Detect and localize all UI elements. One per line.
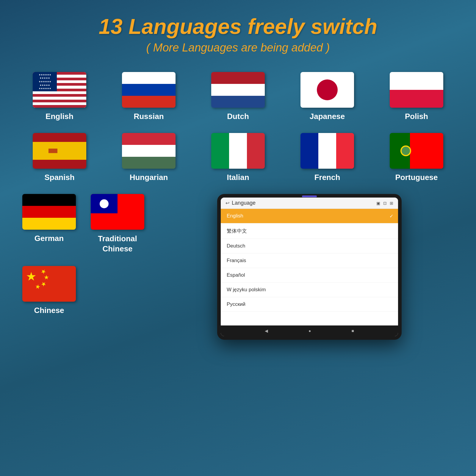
lang-german-label: German: [35, 234, 64, 243]
tablet-lang-russian[interactable]: Русский: [221, 297, 398, 312]
flag-china: ★ ★ ★ ★ ★: [22, 266, 76, 302]
tablet-bottom-bar: ◀ ● ■: [221, 325, 398, 336]
tablet-lang-english[interactable]: English: [221, 209, 398, 223]
tablet-back-icon[interactable]: ↩: [226, 200, 229, 206]
flag-taiwan: [91, 194, 144, 230]
tablet-container: ↩ Language ▣ ⊡ ⊞ English 繁体中文 Deutsch Fr…: [149, 194, 458, 340]
flag-portugal: [390, 133, 443, 169]
tablet-device: ↩ Language ▣ ⊡ ⊞ English 繁体中文 Deutsch Fr…: [217, 194, 402, 340]
lang-chinese: ★ ★ ★ ★ ★ Chinese: [18, 266, 80, 315]
tablet-video-icon: ▣: [376, 201, 380, 206]
lang-traditional-chinese-label: Traditional Chinese: [86, 234, 149, 254]
lang-italian-label: Italian: [227, 173, 249, 182]
tablet-menu-icon: ⊞: [390, 201, 393, 206]
languages-row-3: German Traditional Chinese: [18, 194, 149, 254]
tablet-screen: ↩ Language ▣ ⊡ ⊞ English 繁体中文 Deutsch Fr…: [221, 198, 398, 336]
lang-spanish-label: Spanish: [44, 173, 74, 182]
lang-dutch-label: Dutch: [227, 112, 249, 121]
tablet-header-icons: ▣ ⊡ ⊞: [376, 201, 393, 206]
tablet-home-nav[interactable]: ●: [309, 328, 311, 333]
lang-polish: Polish: [375, 72, 458, 121]
tablet-lang-german[interactable]: Deutsch: [221, 239, 398, 253]
tablet-top-bar: ↩ Language ▣ ⊡ ⊞: [221, 198, 398, 209]
lang-chinese-label: Chinese: [34, 306, 64, 315]
lang-hungarian-label: Hungarian: [130, 173, 168, 182]
lang-russian-label: Russian: [134, 112, 164, 121]
tablet-back-nav[interactable]: ◀: [265, 328, 268, 333]
tablet-lang-trad-chinese[interactable]: 繁体中文: [221, 223, 398, 239]
lang-english: ★★★★★★ ★★★★★ ★★★★★★ ★★★★★ ★★★★★★ English: [18, 72, 101, 121]
lang-japanese: Japanese: [286, 72, 369, 121]
spain-emblem: [48, 149, 57, 153]
languages-row-4: ★ ★ ★ ★ ★ Chinese: [18, 266, 149, 315]
tablet-lang-spanish[interactable]: Español: [221, 268, 398, 283]
bottom-section: German Traditional Chinese ★ ★: [18, 194, 458, 340]
lang-polish-label: Polish: [405, 112, 428, 121]
lang-traditional-chinese: Traditional Chinese: [86, 194, 149, 254]
tablet-recent-nav[interactable]: ■: [352, 328, 354, 333]
lang-portuguese-label: Portuguese: [395, 173, 438, 182]
flag-hungary: [122, 133, 176, 169]
tablet-image-icon: ⊡: [383, 201, 387, 206]
flag-france: [300, 133, 354, 169]
languages-row-1: ★★★★★★ ★★★★★ ★★★★★★ ★★★★★ ★★★★★★ English…: [18, 72, 458, 121]
languages-row-2: Spanish Hungarian Italian French: [18, 133, 458, 182]
main-content: 13 Languages freely switch ( More Langua…: [0, 0, 476, 352]
main-subtitle: ( More Languages are being added ): [18, 41, 458, 54]
lang-russian: Russian: [107, 72, 190, 121]
tablet-lang-polish[interactable]: W języku polskim: [221, 283, 398, 297]
tablet-lang-french[interactable]: Français: [221, 253, 398, 268]
lang-italian: Italian: [196, 133, 280, 182]
tablet-language-list: English 繁体中文 Deutsch Français Español W …: [221, 209, 398, 325]
flag-spain: [33, 133, 86, 169]
flag-italy: [211, 133, 265, 169]
flag-netherlands: [211, 72, 265, 108]
main-title: 13 Languages freely switch: [18, 15, 458, 38]
lang-dutch: Dutch: [196, 72, 280, 121]
tablet-notch: [302, 195, 317, 197]
tablet-header-title: Language: [232, 200, 374, 206]
flag-japan: [300, 72, 354, 108]
lang-hungarian: Hungarian: [107, 133, 190, 182]
flag-russia: [122, 72, 176, 108]
left-flags: German Traditional Chinese ★ ★: [18, 194, 149, 340]
portugal-emblem: [400, 145, 411, 156]
lang-english-label: English: [46, 112, 73, 121]
flag-poland: [390, 72, 443, 108]
taiwan-canton: [91, 194, 118, 213]
lang-spanish: Spanish: [18, 133, 101, 182]
flag-usa: ★★★★★★ ★★★★★ ★★★★★★ ★★★★★ ★★★★★★: [33, 72, 86, 108]
lang-french: French: [286, 133, 369, 182]
lang-portuguese: Portuguese: [375, 133, 458, 182]
taiwan-sun: [100, 199, 109, 208]
lang-french-label: French: [314, 173, 340, 182]
lang-japanese-label: Japanese: [310, 112, 345, 121]
lang-german: German: [18, 194, 80, 254]
flag-germany: [22, 194, 76, 230]
japan-circle: [317, 79, 338, 100]
